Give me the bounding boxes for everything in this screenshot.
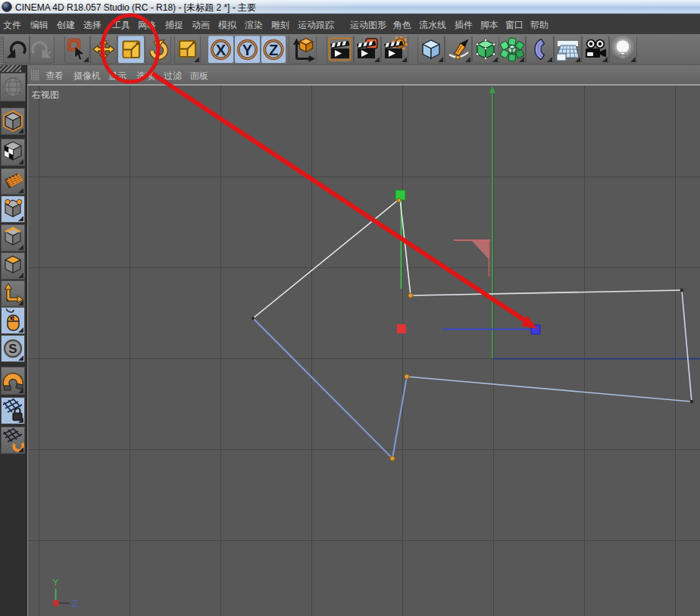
svg-text:X: X (216, 42, 227, 58)
svg-text:Y: Y (242, 42, 253, 58)
svg-text:Y: Y (52, 577, 59, 588)
svg-text:Z: Z (269, 42, 278, 58)
svg-text:Z: Z (72, 598, 78, 609)
svg-text:S: S (8, 342, 17, 356)
